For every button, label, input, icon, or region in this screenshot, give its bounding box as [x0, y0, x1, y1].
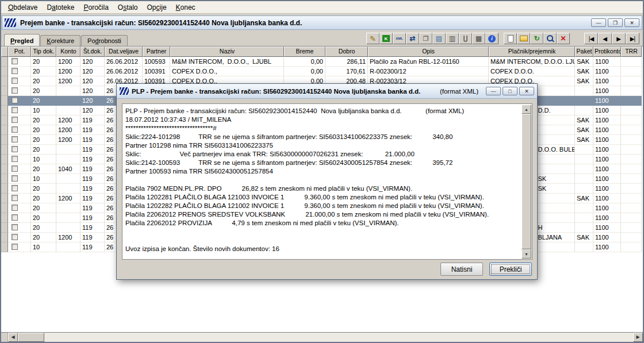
row-checkbox[interactable]	[12, 107, 18, 113]
table-row[interactable]: 20120012026.06.2012100593M&M INTERCOM, D…	[1, 57, 643, 67]
row-selector[interactable]	[1, 57, 8, 67]
cancel-button[interactable]: Prekliči	[489, 263, 532, 276]
column-header-breme[interactable]: Breme	[284, 47, 325, 57]
xml-button[interactable]	[393, 33, 406, 44]
last-record-button[interactable]	[626, 33, 639, 44]
row-selector[interactable]	[1, 233, 8, 242]
row-selector[interactable]	[1, 106, 8, 115]
close-button[interactable]	[624, 18, 639, 27]
menu-item-datoteke[interactable]: Datoteke	[42, 2, 79, 13]
h-scroll-thumb[interactable]	[18, 333, 44, 342]
ledger-button[interactable]	[379, 33, 393, 44]
row-checkbox[interactable]	[12, 97, 18, 103]
row-checkbox[interactable]	[12, 87, 18, 94]
calculator-button[interactable]	[472, 33, 485, 44]
column-header-partner[interactable]: Partner	[143, 47, 170, 57]
h-scroll-track[interactable]	[44, 333, 633, 342]
scroll-left-button[interactable]	[8, 333, 18, 342]
row-selector[interactable]	[1, 184, 8, 194]
pencil-button[interactable]	[366, 33, 379, 44]
column-header-tip[interactable]: Tip dok.	[31, 47, 56, 57]
restore-button[interactable]	[608, 18, 623, 27]
row-checkbox[interactable]	[12, 214, 18, 221]
maximize-button[interactable]	[503, 87, 518, 95]
row-selector[interactable]	[1, 203, 8, 213]
table-row[interactable]: 20120012026.06.2012100391COPEX D.O.O.,0,…	[1, 67, 643, 76]
row-selector[interactable]	[1, 155, 8, 164]
menu-item-porocila[interactable]: Poročila	[79, 2, 113, 13]
refresh-button[interactable]	[530, 33, 543, 44]
v-scroll-thumb[interactable]	[522, 114, 531, 249]
row-selector[interactable]	[1, 115, 8, 125]
row-selector[interactable]	[1, 194, 8, 203]
menu-item-konec[interactable]: Konec	[171, 2, 200, 13]
tab-podrobnosti[interactable]: Podrobnosti	[81, 35, 128, 46]
row-checkbox[interactable]	[12, 244, 18, 250]
row-selector[interactable]	[1, 67, 8, 76]
scroll-down-button[interactable]	[522, 249, 531, 259]
menu-item-ostalo[interactable]: Ostalo	[113, 2, 143, 13]
new-document-button[interactable]	[504, 33, 517, 44]
dialog-titlebar[interactable]: PLP - Prejem banke - transakcijski račun…	[117, 84, 537, 99]
row-selector[interactable]	[1, 213, 8, 223]
column-header-protikonto[interactable]: Protikonto	[593, 47, 621, 57]
row-checkbox[interactable]	[12, 165, 18, 172]
tab-pregled[interactable]: Pregled	[4, 34, 40, 46]
column-header-pot[interactable]: Pot.	[8, 47, 31, 57]
row-checkbox[interactable]	[12, 185, 18, 191]
row-selector[interactable]	[1, 145, 8, 155]
column-header-naziv[interactable]: Naziv	[170, 47, 284, 57]
row-selector[interactable]	[1, 164, 8, 174]
print-button[interactable]: Natisni	[440, 263, 483, 276]
paperclip-button[interactable]	[459, 33, 472, 44]
close-button[interactable]	[519, 87, 534, 95]
open-folder-button[interactable]	[517, 33, 530, 44]
row-checkbox[interactable]	[12, 146, 18, 152]
column-header-placnik[interactable]: Plačnik/prejemnik	[489, 47, 575, 57]
delete-button[interactable]	[557, 33, 570, 44]
first-record-button[interactable]	[584, 33, 598, 44]
info-button[interactable]	[485, 33, 499, 44]
transfer-button[interactable]	[406, 33, 419, 44]
column-header-dobro[interactable]: Dobro	[325, 47, 368, 57]
column-header-opis[interactable]: Opis	[368, 47, 489, 57]
column-header-trr[interactable]: TRR	[621, 47, 642, 57]
row-checkbox[interactable]	[12, 224, 18, 230]
row-selector[interactable]	[1, 96, 8, 106]
row-checkbox[interactable]	[12, 234, 18, 240]
row-checkbox[interactable]	[12, 68, 18, 74]
column-header-stdok[interactable]: Št.dok.	[80, 47, 105, 57]
copy-button[interactable]	[419, 33, 432, 44]
column-header-paket[interactable]: Paket	[575, 47, 593, 57]
row-checkbox[interactable]	[12, 117, 18, 123]
row-checkbox[interactable]	[12, 78, 18, 84]
minimize-button[interactable]	[591, 18, 606, 27]
tab-korekture[interactable]: Korekture	[40, 35, 80, 46]
row-selector[interactable]	[1, 86, 8, 96]
search-button[interactable]	[543, 33, 557, 44]
row-checkbox[interactable]	[12, 58, 18, 64]
column-header-datum[interactable]: Dat.veljave	[105, 47, 143, 57]
row-selector[interactable]	[1, 223, 8, 233]
export-button[interactable]	[432, 33, 446, 44]
row-checkbox[interactable]	[12, 136, 18, 142]
row-selector[interactable]	[1, 135, 8, 145]
scroll-right-button[interactable]	[633, 333, 643, 342]
row-selector[interactable]	[1, 76, 8, 86]
row-checkbox[interactable]	[12, 126, 18, 133]
row-selector[interactable]	[1, 242, 8, 252]
menu-item-obdelave[interactable]: Obdelave	[3, 2, 42, 13]
row-checkbox[interactable]	[12, 156, 18, 162]
minimize-button[interactable]	[486, 87, 501, 95]
next-record-button[interactable]	[612, 33, 626, 44]
prev-record-button[interactable]	[598, 33, 612, 44]
row-checkbox[interactable]	[12, 205, 18, 211]
row-checkbox[interactable]	[12, 175, 18, 182]
row-checkbox[interactable]	[12, 195, 18, 201]
child-window-titlebar[interactable]: Prejem banke - transakcijski račun: SI56…	[2, 16, 642, 30]
scroll-up-button[interactable]	[522, 105, 531, 114]
menu-item-opcije[interactable]: Opcije	[143, 2, 171, 13]
column-header-konto[interactable]: Konto	[56, 47, 80, 57]
print-button[interactable]	[446, 33, 459, 44]
row-selector[interactable]	[1, 174, 8, 184]
